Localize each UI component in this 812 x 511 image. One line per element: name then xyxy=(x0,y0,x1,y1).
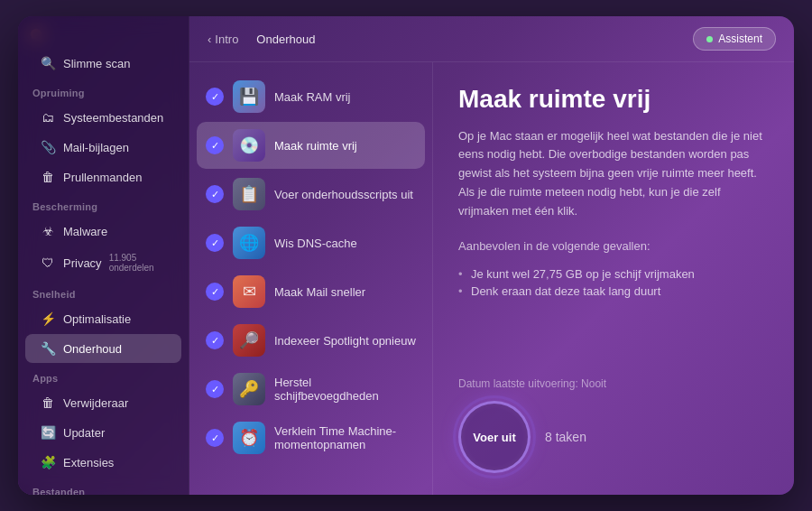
task-check-spotlight: ✓ xyxy=(206,331,224,349)
section-bestanden: Bestanden xyxy=(18,478,189,495)
detail-panel: Maak ruimte vrij Op je Mac staan er moge… xyxy=(433,62,794,495)
extensies-icon: 🧩 xyxy=(40,454,56,470)
task-check-timemachine: ✓ xyxy=(206,429,224,447)
task-check-dns: ✓ xyxy=(206,234,224,252)
sidebar-item-optimalisatie[interactable]: ⚡ Optimalisatie xyxy=(25,304,181,333)
task-icon-scripts: 📋 xyxy=(233,178,265,210)
task-list-panel: ✓💾Maak RAM vrij✓💿Maak ruimte vrij✓📋Voer … xyxy=(189,62,433,495)
optimalisatie-icon: ⚡ xyxy=(40,311,56,327)
task-label-spotlight: Indexeer Spotlight opnieuw xyxy=(274,334,416,348)
task-item-mail[interactable]: ✓✉Maak Mail sneller xyxy=(197,268,425,315)
section-apps: Apps xyxy=(18,364,189,387)
section-snelheid: Snelheid xyxy=(18,280,189,303)
detail-bullet-1: Denk eraan dat deze taak lang duurt xyxy=(458,283,769,300)
assistant-status-dot xyxy=(706,36,713,42)
task-item-ram[interactable]: ✓💾Maak RAM vrij xyxy=(197,73,425,120)
app-window: 🔍 Slimme scan Opruiming 🗂 Systeembestand… xyxy=(18,16,794,495)
back-nav[interactable]: ‹ Intro xyxy=(208,33,238,46)
task-icon-mail: ✉ xyxy=(233,275,265,308)
sidebar-item-extensies[interactable]: 🧩 Extensies xyxy=(25,448,181,477)
slimme-scan-icon: 🔍 xyxy=(40,55,56,71)
sidebar-item-updater[interactable]: 🔄 Updater xyxy=(25,418,181,447)
topbar-right: Assistent xyxy=(693,27,776,51)
last-run-text: Datum laatste uitvoering: Nooit xyxy=(458,377,769,390)
task-label-ram: Maak RAM vrij xyxy=(274,90,351,104)
task-label-timemachine: Verklein Time Machine-momentopnamen xyxy=(274,424,416,451)
task-icon-ram: 💾 xyxy=(233,80,265,113)
main-content: ‹ Intro Onderhoud Assistent ✓💾Maak RAM v… xyxy=(189,16,794,495)
sidebar: 🔍 Slimme scan Opruiming 🗂 Systeembestand… xyxy=(18,16,189,495)
run-button-container: Voer uit 8 taken xyxy=(458,401,769,473)
chevron-left-icon: ‹ xyxy=(208,33,211,46)
task-check-ram: ✓ xyxy=(206,88,224,106)
updater-icon: 🔄 xyxy=(40,424,56,441)
task-item-spotlight[interactable]: ✓🔎Indexeer Spotlight opnieuw xyxy=(197,317,425,364)
sidebar-item-systeembestanden[interactable]: 🗂 Systeembestanden xyxy=(25,103,181,132)
task-label-mail: Maak Mail sneller xyxy=(274,285,365,299)
task-check-storage: ✓ xyxy=(206,136,224,154)
task-item-dns[interactable]: ✓🌐Wis DNS-cache xyxy=(197,219,425,266)
task-icon-spotlight: 🔎 xyxy=(233,324,265,357)
task-label-dns: Wis DNS-cache xyxy=(274,237,357,250)
task-label-disk: Herstel schijfbevoegdheden xyxy=(274,376,416,403)
prullenmanden-icon: 🗑 xyxy=(40,169,56,185)
task-item-timemachine[interactable]: ✓⏰Verklein Time Machine-momentopnamen xyxy=(197,414,425,461)
panels: ✓💾Maak RAM vrij✓💿Maak ruimte vrij✓📋Voer … xyxy=(189,62,794,495)
detail-description: Op je Mac staan er mogelijk heel wat bes… xyxy=(458,127,769,221)
task-check-disk: ✓ xyxy=(206,380,224,398)
task-icon-storage: 💿 xyxy=(233,129,265,162)
task-item-scripts[interactable]: ✓📋Voer onderhoudsscripts uit xyxy=(197,171,425,218)
detail-bullets: Je kunt wel 27,75 GB op je schijf vrijma… xyxy=(458,265,769,300)
sidebar-item-onderhoud[interactable]: 🔧 Onderhoud xyxy=(25,334,181,363)
topbar: ‹ Intro Onderhoud Assistent xyxy=(189,16,794,62)
detail-recommendation-label: Aanbevolen in de volgende gevallen: xyxy=(458,239,769,253)
sidebar-item-prullenmanden[interactable]: 🗑 Prullenmanden xyxy=(25,163,181,191)
mail-bijlagen-icon: 📎 xyxy=(40,139,56,155)
verwijderaar-icon: 🗑 xyxy=(40,395,56,411)
task-label-storage: Maak ruimte vrij xyxy=(274,139,357,153)
task-item-disk[interactable]: ✓🔑Herstel schijfbevoegdheden xyxy=(197,366,425,413)
systeembestanden-icon: 🗂 xyxy=(40,109,56,125)
task-check-mail: ✓ xyxy=(206,283,224,301)
sidebar-item-slimme-scan[interactable]: 🔍 Slimme scan xyxy=(25,49,181,78)
section-opruiming: Opruiming xyxy=(18,79,189,102)
sidebar-item-malware[interactable]: ☣ Malware xyxy=(25,217,181,246)
privacy-badge: 11.905 onderdelen xyxy=(109,253,167,273)
task-icon-disk: 🔑 xyxy=(233,373,265,405)
task-item-storage[interactable]: ✓💿Maak ruimte vrij xyxy=(197,122,425,169)
assistant-button[interactable]: Assistent xyxy=(693,27,776,51)
detail-bullet-0: Je kunt wel 27,75 GB op je schijf vrijma… xyxy=(458,265,769,283)
section-bescherming: Bescherming xyxy=(18,192,189,216)
task-icon-dns: 🌐 xyxy=(233,227,265,259)
run-button[interactable]: Voer uit xyxy=(458,401,531,473)
tasks-count: 8 taken xyxy=(545,430,586,444)
sidebar-item-privacy[interactable]: 🛡 Privacy 11.905 onderdelen xyxy=(25,246,181,279)
sidebar-item-verwijderaar[interactable]: 🗑 Verwijderaar xyxy=(25,388,181,417)
topbar-section-title: Onderhoud xyxy=(256,33,315,46)
privacy-icon: 🛡 xyxy=(40,255,56,271)
sidebar-item-mail-bijlagen[interactable]: 📎 Mail-bijlagen xyxy=(25,133,181,162)
detail-title: Maak ruimte vrij xyxy=(458,84,769,115)
task-check-scripts: ✓ xyxy=(206,185,224,203)
malware-icon: ☣ xyxy=(40,223,56,239)
onderhoud-icon: 🔧 xyxy=(40,340,56,357)
task-icon-timemachine: ⏰ xyxy=(233,422,265,454)
task-label-scripts: Voer onderhoudsscripts uit xyxy=(274,188,413,201)
